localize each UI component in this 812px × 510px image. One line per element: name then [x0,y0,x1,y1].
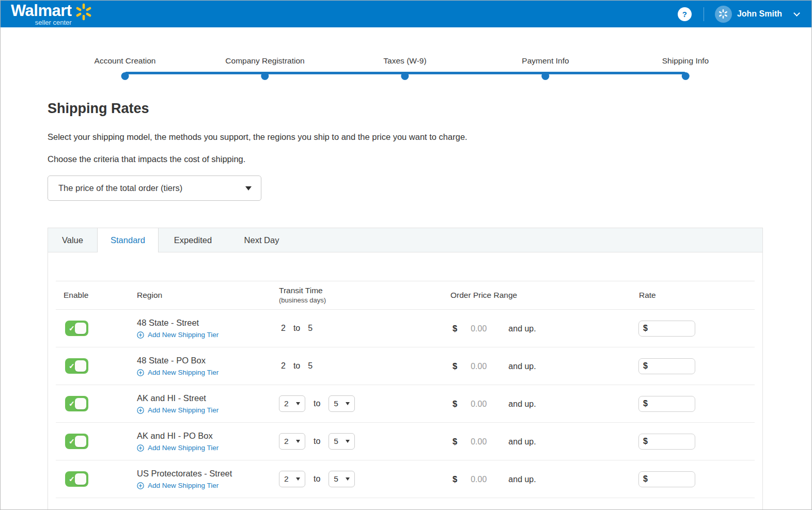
col-region: Region [137,291,279,300]
app-header: Walmart seller center ? [1,1,811,27]
price-min: 0.00 [471,400,487,409]
rate-currency: $ [643,399,648,408]
tab-standard[interactable]: Standard [98,228,159,252]
rate-input-box: $ [638,358,695,374]
avatar[interactable] [715,6,732,23]
col-transit: Transit Time (business days) [279,285,438,305]
tab-value[interactable]: Value [48,228,98,252]
caret-down-icon [245,186,252,190]
step-label: Company Registration [225,56,304,66]
transit-from-select[interactable]: 2 [279,433,305,450]
tab-label: Expedited [174,235,212,245]
chevron-down-icon[interactable] [793,10,800,17]
col-transit-sub: (business days) [279,296,438,305]
progress-stepper: Account Creation Company Registration Ta… [1,27,811,78]
currency-symbol: $ [452,474,457,484]
criteria-label: Choose the criteria that impacts the cos… [48,154,811,164]
rate-input[interactable] [650,474,691,484]
add-shipping-tier-link[interactable]: Add New Shipping Tier [137,406,279,414]
walmart-spark-icon [74,3,93,21]
plus-circle-icon [137,444,144,452]
toggle-knob [75,473,86,485]
region-name: AK and HI - PO Box [137,431,279,441]
caret-down-icon [346,477,350,481]
col-rate: Rate [634,291,755,300]
transit-joiner: to [293,361,300,371]
col-transit-title: Transit Time [279,285,438,296]
step-label: Taxes (W-9) [383,56,426,66]
check-icon: ✓ [69,437,75,445]
avatar-spark-icon [718,9,728,19]
step-dot[interactable] [261,72,269,80]
criteria-select[interactable]: The price of the total order (tiers) [48,176,261,201]
transit-from-value: 2 [284,437,289,446]
page-title: Shipping Rates [48,101,811,117]
add-shipping-tier-link[interactable]: Add New Shipping Tier [137,482,279,489]
add-tier-label: Add New Shipping Tier [148,406,218,414]
step-dot[interactable] [541,72,549,80]
transit-to-value: 5 [334,474,338,484]
step-company-registration: Company Registration [225,56,304,80]
page: Walmart seller center ? [0,0,812,510]
rate-input[interactable] [650,361,691,371]
enable-toggle[interactable]: ✓ [65,321,88,336]
step-label: Shipping Info [662,56,709,66]
enable-toggle[interactable]: ✓ [65,434,88,449]
step-dot[interactable] [401,72,409,80]
transit-from-value: 2 [284,399,289,408]
caret-down-icon [296,477,300,481]
transit-to-select[interactable]: 5 [329,471,355,487]
transit-to-select[interactable]: 5 [329,433,355,450]
region-name: 48 State - Street [137,318,279,328]
table-header: Enable Region Transit Time (business day… [56,281,755,310]
step-label: Payment Info [522,56,569,66]
rate-currency: $ [643,324,648,333]
price-suffix: and up. [508,400,536,409]
step-dot[interactable] [121,72,129,80]
caret-down-icon [346,402,350,405]
price-min: 0.00 [471,362,487,371]
enable-toggle[interactable]: ✓ [65,358,88,374]
transit-joiner: to [293,324,300,333]
transit-from: 2 [281,324,286,333]
plus-circle-icon [137,331,144,339]
tab-expedited[interactable]: Expedited [159,228,227,252]
currency-symbol: $ [452,361,457,371]
user-name[interactable]: John Smith [737,9,782,19]
rate-input[interactable] [650,437,691,447]
brand-wordmark: Walmart [11,3,72,19]
transit-from-select[interactable]: 2 [279,471,305,487]
currency-symbol: $ [452,437,457,447]
shipping-method-tabs: Value Standard Expedited Next Day [48,228,763,252]
add-shipping-tier-link[interactable]: Add New Shipping Tier [137,369,279,376]
table-row: ✓ 48 State - Street Add New Shipping Tie… [56,310,755,347]
add-tier-label: Add New Shipping Tier [148,331,218,339]
rate-input[interactable] [650,324,691,333]
add-shipping-tier-link[interactable]: Add New Shipping Tier [137,331,279,339]
enable-toggle[interactable]: ✓ [65,396,88,411]
tab-label: Standard [111,235,145,245]
region-name: AK and HI - Street [137,393,279,403]
rate-input-box: $ [638,471,695,487]
enable-toggle[interactable]: ✓ [65,471,88,487]
header-divider [704,7,704,21]
transit-from-select[interactable]: 2 [279,395,305,412]
walmart-logo[interactable]: Walmart seller center [11,3,93,26]
rate-currency: $ [643,474,648,484]
help-button[interactable]: ? [678,7,692,21]
region-name: 48 State - PO Box [137,356,279,365]
rate-input[interactable] [650,399,691,409]
step-payment-info: Payment Info [522,56,569,80]
step-dot[interactable] [682,72,690,80]
toggle-knob [75,323,86,334]
transit-to-select[interactable]: 5 [329,395,355,412]
add-shipping-tier-link[interactable]: Add New Shipping Tier [137,444,279,452]
header-actions: ? John Smith [678,6,799,23]
tab-next-day[interactable]: Next Day [227,228,296,252]
rate-input-box: $ [638,321,695,337]
rate-currency: $ [643,361,648,371]
price-min: 0.00 [471,437,487,447]
currency-symbol: $ [452,324,457,333]
region-name: US Protectorates - Street [137,469,279,479]
caret-down-icon [296,440,300,443]
